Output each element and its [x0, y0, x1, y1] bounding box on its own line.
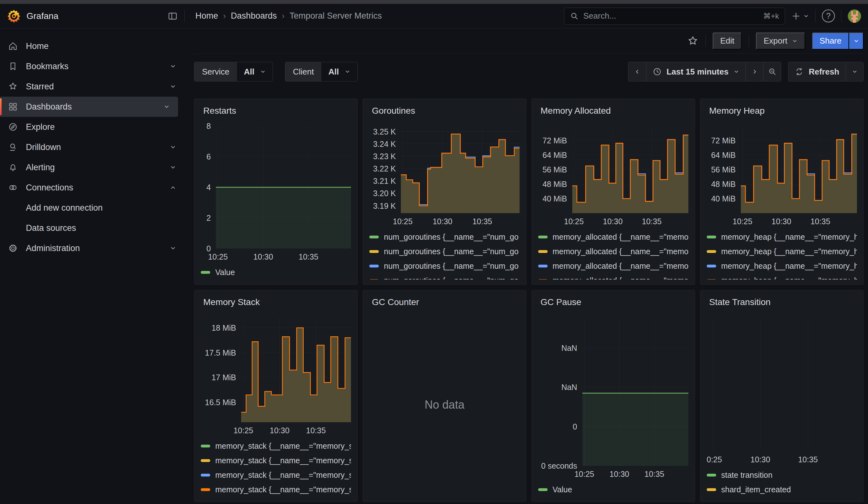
legend-item[interactable]: num_goroutines {__name__="num_go: [369, 244, 519, 259]
legend-item[interactable]: Value: [201, 265, 351, 279]
edit-button[interactable]: Edit: [713, 32, 742, 50]
help-button[interactable]: ?: [822, 10, 835, 22]
sidebar-item-home[interactable]: Home: [0, 36, 184, 56]
legend-item[interactable]: shard_item_created: [707, 482, 857, 497]
legend-item[interactable]: num_goroutines {__name__="num_go: [369, 229, 519, 244]
panel-title[interactable]: Memory Allocated: [541, 106, 689, 119]
sidebar-item-connections[interactable]: Connections: [0, 177, 184, 198]
y-axis: 0 seconds0NaNNaN: [538, 317, 582, 466]
plot-region[interactable]: [582, 317, 689, 466]
sidebar-item-dashboards[interactable]: Dashboards: [0, 96, 178, 117]
legend-item[interactable]: memory_allocated {__name__="memo: [538, 259, 689, 273]
dashboard-toolbar: Edit Export Share: [194, 28, 864, 54]
plus-icon: [791, 11, 801, 21]
panel-title[interactable]: State Transition: [709, 297, 857, 310]
panel-title[interactable]: GC Pause: [541, 297, 689, 310]
chevron-down-icon[interactable]: [170, 144, 176, 150]
panel-title[interactable]: Memory Stack: [203, 297, 351, 310]
panel-title[interactable]: Restarts: [203, 106, 351, 119]
legend-label: memory_allocated {__name__="memo: [553, 276, 689, 280]
chevron-up-icon[interactable]: [170, 184, 176, 191]
edit-button-label: Edit: [720, 36, 734, 46]
panel-memory-heap: Memory Heap 40 MiB48 MiB56 MiB64 MiB72 M…: [700, 99, 864, 285]
bookmark-icon: [8, 62, 18, 71]
series-fill: [582, 393, 689, 466]
breadcrumb-home[interactable]: Home: [195, 11, 218, 21]
chevron-down-icon[interactable]: [170, 245, 176, 251]
refresh-button[interactable]: Refresh: [788, 62, 846, 81]
chart-svg: [572, 126, 689, 213]
sidebar-item-label: Bookmarks: [26, 62, 69, 71]
legend: state transitionshard_item_created: [707, 468, 857, 497]
chevron-down-icon[interactable]: [170, 63, 176, 70]
y-axis: 02468: [201, 126, 216, 248]
sidebar-item-bookmarks[interactable]: Bookmarks: [0, 56, 184, 76]
legend-item[interactable]: memory_heap {__name__="memory_h: [707, 229, 857, 244]
time-range-picker[interactable]: Last 15 minutes: [646, 62, 746, 81]
panel-title[interactable]: GC Counter: [372, 297, 519, 310]
zoom-out-icon: [768, 67, 777, 76]
share-options-button[interactable]: [849, 32, 864, 50]
plot-region[interactable]: [241, 317, 351, 422]
legend-item[interactable]: memory_heap {__name__="memory_h: [707, 259, 857, 273]
legend-item[interactable]: memory_allocated {__name__="memo: [538, 273, 689, 279]
legend-item[interactable]: memory_stack {__name__="memory_s: [201, 468, 351, 482]
chevron-down-icon: [792, 38, 798, 44]
panel-title[interactable]: Memory Heap: [709, 106, 857, 119]
legend-item[interactable]: memory_allocated {__name__="memo: [538, 229, 689, 244]
filters-row: Service All Client All: [194, 62, 864, 81]
legend-item[interactable]: memory_heap {__name__="memory_h: [707, 244, 857, 259]
breadcrumb-dashboards[interactable]: Dashboards: [231, 11, 277, 21]
legend-item[interactable]: state transition: [707, 468, 857, 482]
legend-item[interactable]: memory_stack {__name__="memory_s: [201, 453, 351, 468]
x-tick-label: 10:35: [810, 217, 830, 226]
export-button[interactable]: Export: [756, 32, 805, 50]
sidebar-item-administration[interactable]: Administration: [0, 238, 184, 258]
sidebar-item-starred[interactable]: Starred: [0, 76, 184, 96]
y-tick-label: 72 MiB: [711, 136, 736, 145]
legend-item[interactable]: memory_stack {__name__="memory_s: [201, 439, 351, 453]
share-button[interactable]: Share: [812, 32, 849, 50]
sidebar-item-data-sources[interactable]: Data sources: [0, 218, 184, 238]
chevron-down-icon[interactable]: [164, 104, 170, 110]
sidebar-item-alerting[interactable]: Alerting: [0, 157, 184, 177]
legend-item[interactable]: memory_allocated {__name__="memo: [538, 244, 689, 259]
zoom-out-button[interactable]: [763, 62, 781, 81]
sidebar-item-drilldown[interactable]: Drilldown: [0, 137, 184, 157]
legend-item[interactable]: memory_heap {__name__="memory_h: [707, 273, 857, 279]
user-avatar[interactable]: [848, 10, 861, 23]
plot-region[interactable]: [741, 126, 857, 213]
legend-item[interactable]: num_goroutines {__name__="num_go: [369, 273, 519, 279]
chevron-down-icon: [345, 69, 350, 74]
panel-goroutines: Goroutines 3.19 K3.20 K3.21 K3.22 K3.23 …: [363, 99, 526, 285]
favorite-star-button[interactable]: [687, 35, 699, 47]
plot-region[interactable]: [216, 126, 351, 248]
sidebar-item-explore[interactable]: Explore: [0, 117, 184, 137]
client-filter-value[interactable]: All: [321, 62, 357, 81]
client-filter-selected: All: [328, 67, 339, 77]
grafana-logo-icon[interactable]: [7, 9, 21, 23]
chevron-down-icon[interactable]: [170, 164, 176, 171]
x-axis: 10:2510:3010:35: [582, 466, 689, 481]
panel-title[interactable]: Goroutines: [372, 106, 519, 119]
plot-region[interactable]: [572, 126, 689, 213]
legend-label: num_goroutines {__name__="num_go: [384, 276, 519, 280]
x-tick-label: 10:35: [299, 252, 319, 261]
time-shift-back-button[interactable]: [628, 62, 646, 81]
plot-region[interactable]: [707, 317, 857, 451]
legend-label: memory_heap {__name__="memory_h: [721, 233, 857, 241]
refresh-interval-button[interactable]: [846, 62, 863, 81]
sidebar-item-add-new-connection[interactable]: Add new connection: [0, 198, 184, 218]
chevron-down-icon[interactable]: [170, 83, 176, 90]
legend-item[interactable]: num_goroutines {__name__="num_go: [369, 259, 519, 273]
chevron-down-icon: [734, 69, 739, 74]
legend-item[interactable]: memory_stack {__name__="memory_s: [201, 482, 351, 497]
sidebar-toggle-button[interactable]: [168, 11, 177, 21]
time-shift-forward-button[interactable]: [745, 62, 763, 81]
plot-region[interactable]: [401, 126, 519, 213]
legend-item[interactable]: Value: [538, 482, 689, 497]
service-filter-value[interactable]: All: [237, 62, 273, 81]
add-new-button[interactable]: [791, 11, 809, 21]
legend-label: memory_stack {__name__="memory_s: [215, 485, 351, 494]
search-input[interactable]: Search... ⌘+k: [564, 8, 785, 25]
